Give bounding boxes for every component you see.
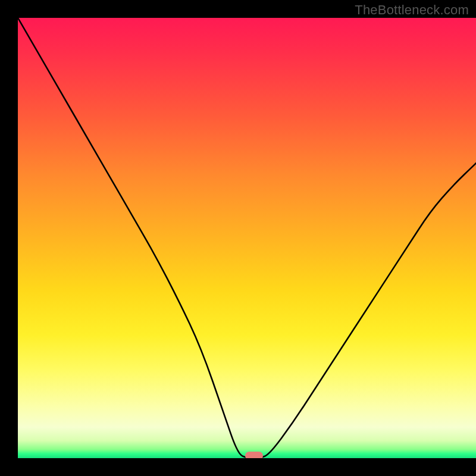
watermark-text: TheBottleneck.com xyxy=(355,2,469,18)
plot-area xyxy=(18,18,476,458)
bottleneck-curve xyxy=(18,18,476,458)
optimal-marker xyxy=(245,452,263,458)
chart-frame: TheBottleneck.com xyxy=(0,0,476,476)
curve-svg xyxy=(18,18,476,458)
